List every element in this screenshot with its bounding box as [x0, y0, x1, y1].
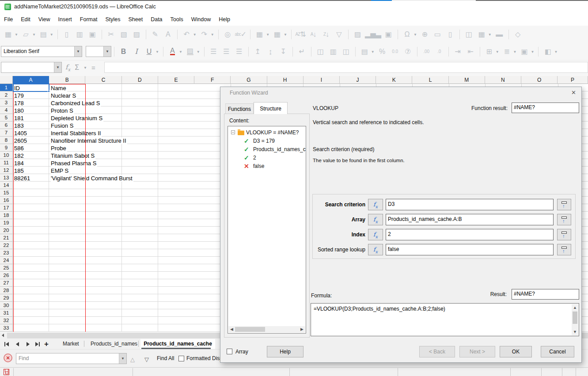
font-name-combo[interactable]: Liberation Serif ▼ — [1, 46, 82, 57]
find-next-icon[interactable]: ▽ — [144, 356, 149, 363]
select-all-corner[interactable] — [0, 76, 13, 84]
underline-icon[interactable]: U — [144, 46, 155, 57]
row-header-27[interactable]: 27 — [0, 279, 13, 287]
help-button[interactable]: Help — [267, 346, 303, 357]
last-sheet-icon[interactable] — [39, 342, 40, 346]
row-header-12[interactable]: 12 — [0, 167, 13, 174]
row-header-28[interactable]: 28 — [0, 287, 13, 294]
print-preview-icon[interactable]: ▣ — [87, 29, 98, 40]
menu-help[interactable]: Help — [215, 13, 234, 26]
find-dropdown[interactable]: ▼ — [119, 353, 126, 364]
comment-icon[interactable]: ▭ — [432, 29, 443, 40]
split-window-icon[interactable]: ▦ — [476, 29, 487, 40]
menu-file[interactable]: File — [0, 13, 17, 26]
row-header-5[interactable]: 5 — [0, 114, 13, 122]
sum-icon[interactable]: Σ — [75, 64, 79, 72]
sort-icon[interactable]: AZ⇅ — [295, 29, 306, 40]
redo-icon[interactable]: ↷ — [199, 29, 210, 40]
special-character-icon[interactable]: Ω — [402, 29, 413, 40]
cancel-button[interactable]: Cancel — [541, 346, 574, 357]
sum-dropdown-icon[interactable]: ▼ — [83, 66, 87, 70]
menu-data[interactable]: Data — [147, 13, 166, 26]
find-replace-icon[interactable]: ◎ — [222, 29, 233, 40]
insert-column-icon-dropdown[interactable]: ▼ — [284, 33, 287, 37]
cell-a11[interactable]: 184 — [14, 160, 24, 167]
tree-item-root[interactable]: −VLOOKUP = #NAME? — [228, 129, 306, 137]
row-header-29[interactable]: 29 — [0, 294, 13, 302]
italic-icon[interactable]: I — [131, 46, 142, 57]
align-top-icon[interactable]: ↥ — [252, 46, 263, 57]
wrap-text-icon[interactable]: ↵ — [296, 46, 307, 57]
fx-button-3[interactable]: fx — [368, 244, 383, 255]
fx-button-0[interactable]: fx — [368, 199, 383, 210]
cell-b3[interactable]: Carbonized Lead S — [51, 100, 101, 106]
formula-editor[interactable]: =VLOOKUP(D3;Products_id_names_cache.A:B;… — [311, 303, 579, 336]
menu-tools[interactable]: Tools — [167, 13, 187, 26]
tree-horizontal-scrollbar[interactable]: ◀ ▶ — [228, 326, 305, 333]
column-header-n[interactable]: N — [485, 76, 521, 84]
border-style-icon[interactable]: ≣ — [501, 46, 512, 57]
tree-item-2[interactable]: ✓Products_id_names_c — [228, 145, 306, 154]
row-header-1[interactable]: 1 — [0, 84, 13, 91]
row-header-11[interactable]: 11 — [0, 159, 13, 167]
font-size-combo[interactable]: ▼ — [86, 46, 111, 57]
column-header-a[interactable]: A — [13, 76, 49, 84]
function-wizard-icon[interactable]: fx — [65, 63, 70, 72]
ok-button[interactable]: OK — [500, 346, 532, 357]
clone-formatting-icon[interactable]: ✎ — [150, 29, 161, 40]
borders-icon[interactable]: ⊞ — [484, 46, 495, 57]
merge-cells-icon[interactable]: ▥ — [328, 46, 339, 57]
open-icon-dropdown[interactable]: ▼ — [32, 33, 36, 37]
menu-styles[interactable]: Styles — [101, 13, 124, 26]
find-all-button[interactable]: Find All — [157, 355, 174, 361]
column-header-m[interactable]: M — [449, 76, 485, 84]
sheet-tab-products-id-names[interactable]: Products_id_names — [91, 339, 137, 349]
column-header-o[interactable]: O — [521, 76, 558, 84]
menu-edit[interactable]: Edit — [17, 13, 34, 26]
param-input-2[interactable]: 2 — [386, 229, 554, 240]
tree-scroll-thumb[interactable] — [235, 327, 265, 332]
font-color-icon[interactable]: A — [167, 46, 178, 57]
row-header-19[interactable]: 19 — [0, 219, 13, 227]
conditional-icon[interactable]: ◧ — [542, 46, 553, 57]
column-header-b[interactable]: B — [49, 76, 85, 84]
name-box[interactable]: ▼ — [1, 62, 62, 73]
number-icon[interactable]: 0.0 — [390, 46, 401, 57]
bold-icon[interactable]: B — [118, 46, 129, 57]
shrink-button-0[interactable]: ↑ — [557, 199, 571, 210]
tab-structure[interactable]: Structure — [254, 102, 288, 114]
row-header-9[interactable]: 9 — [0, 144, 13, 152]
insert-chart-icon[interactable]: ▂▅▃ — [365, 29, 381, 40]
last-sheet-arrow[interactable] — [35, 342, 38, 346]
cell-a8[interactable]: 2605 — [14, 137, 27, 144]
name-box-dropdown[interactable]: ▼ — [54, 62, 61, 72]
underline-icon-dropdown[interactable]: ▼ — [156, 50, 159, 54]
tree-item-4[interactable]: ✕false — [228, 162, 306, 171]
currency-icon[interactable]: ▤ — [359, 46, 370, 57]
sheet-tab-products-id-names-cache[interactable]: Products_id_names_cache — [140, 339, 215, 349]
row-header-21[interactable]: 21 — [0, 234, 13, 242]
print-icon[interactable]: ▥ — [74, 29, 85, 40]
row-header-7[interactable]: 7 — [0, 129, 13, 137]
highlight-color-icon-dropdown[interactable]: ▼ — [197, 50, 200, 54]
cell-b7[interactable]: Inertial Stabilizers II — [51, 130, 102, 137]
cell-b12[interactable]: EMP S — [51, 167, 69, 174]
percent-icon[interactable]: % — [377, 46, 388, 57]
row-header-22[interactable]: 22 — [0, 242, 13, 249]
cell-b8[interactable]: Nanofiber Internal Structure II — [51, 137, 127, 144]
row-header-31[interactable]: 31 — [0, 309, 13, 317]
sort-descending-icon[interactable]: Z↓ — [321, 29, 332, 40]
cell-a12[interactable]: 185 — [14, 167, 24, 174]
row-header-16[interactable]: 16 — [0, 197, 13, 204]
paste-icon[interactable]: ▨ — [131, 29, 142, 40]
column-header-j[interactable]: J — [340, 76, 376, 84]
fx-button-1[interactable]: fx — [368, 214, 383, 225]
formula-vertical-scrollbar[interactable]: ▲ ▼ — [572, 304, 578, 335]
dialog-close-icon[interactable]: ✕ — [571, 89, 576, 96]
cell-a6[interactable]: 183 — [14, 122, 24, 129]
cell-a13[interactable]: 88261 — [14, 175, 30, 182]
next-sheet-icon[interactable] — [27, 342, 30, 346]
cell-a7[interactable]: 1405 — [14, 130, 27, 137]
shrink-button-2[interactable]: ↑ — [557, 229, 571, 240]
border-color-icon[interactable]: ▣ — [519, 46, 530, 57]
